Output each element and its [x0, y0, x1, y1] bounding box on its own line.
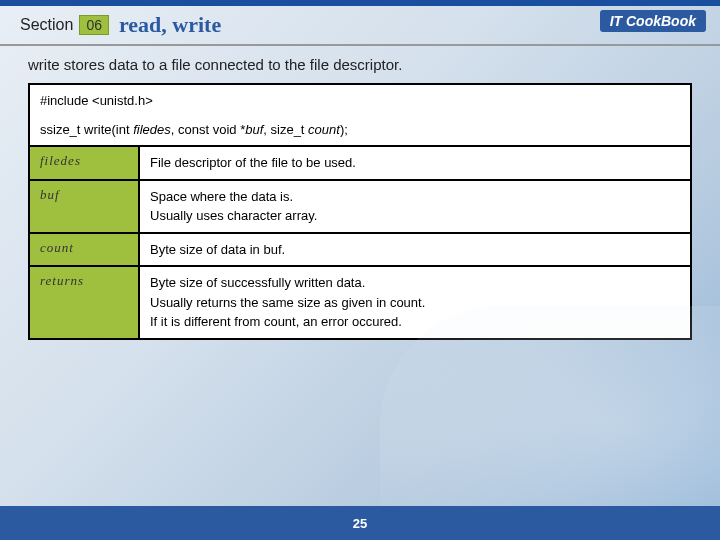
param-desc: File descriptor of the file to be used.	[139, 146, 691, 180]
param-name: filedes	[29, 146, 139, 180]
param-desc: Byte size of data in buf.	[139, 233, 691, 267]
sig-mid1: , const void *	[171, 122, 245, 137]
sig-pre: ssize_t write(int	[40, 122, 133, 137]
sig-p2: buf	[245, 122, 263, 137]
page-number: 25	[353, 516, 367, 531]
table-row: returns Byte size of successfully writte…	[29, 266, 691, 339]
definition-table: #include <unistd.h> ssize_t write(int fi…	[28, 83, 692, 340]
table-row: filedes File descriptor of the file to b…	[29, 146, 691, 180]
param-desc: Byte size of successfully written data.U…	[139, 266, 691, 339]
sig-p3: count	[308, 122, 340, 137]
param-name: returns	[29, 266, 139, 339]
table-row: count Byte size of data in buf.	[29, 233, 691, 267]
signature-line: ssize_t write(int filedes, const void *b…	[40, 122, 348, 137]
code-row: #include <unistd.h> ssize_t write(int fi…	[29, 84, 691, 146]
param-name: buf	[29, 180, 139, 233]
sig-mid2: , size_t	[263, 122, 308, 137]
intro-text: write stores data to a file connected to…	[28, 56, 692, 73]
param-desc: Space where the data is.Usually uses cha…	[139, 180, 691, 233]
section-title: read, write	[119, 12, 221, 38]
content-area: write stores data to a file connected to…	[0, 46, 720, 350]
param-name: count	[29, 233, 139, 267]
sig-end: );	[340, 122, 348, 137]
sig-p1: filedes	[133, 122, 171, 137]
section-label: Section	[20, 16, 73, 34]
footer-bar: 25	[0, 506, 720, 540]
include-line: #include <unistd.h>	[40, 93, 680, 108]
section-number-box: 06	[79, 15, 109, 35]
table-row: buf Space where the data is.Usually uses…	[29, 180, 691, 233]
code-cell: #include <unistd.h> ssize_t write(int fi…	[29, 84, 691, 146]
slide: Section 06 read, write IT CookBook write…	[0, 0, 720, 540]
brand-badge: IT CookBook	[600, 10, 706, 32]
